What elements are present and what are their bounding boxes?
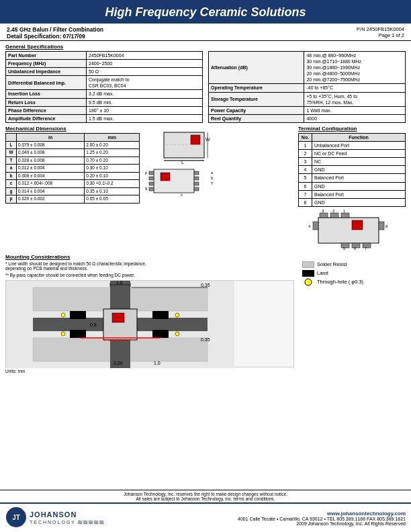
gen-spec-row: Part Number2450FB15K0004 [6,52,203,60]
gen-spec-label: Part Number [6,52,87,60]
logo-row: JT JOHANSON TECHNOLOGY ≋≋≋≋≋ [5,506,104,529]
footer-bottom: JT JOHANSON TECHNOLOGY ≋≋≋≋≋ www.johanso… [0,502,411,532]
svg-text:4: 4 [308,224,311,228]
mech-dims-section: Mechanical Dimensions in mm L0.079 ± 0.0… [5,126,140,251]
mech-dim-cell: b [6,172,17,179]
svg-rect-57 [112,313,124,322]
svg-point-70 [305,279,312,285]
svg-rect-9 [149,171,154,175]
gen-spec-row: Frequency (MHz)2400~2500 [6,60,203,68]
terminal-no: 4 [299,166,312,174]
right-spec-row: Operating Temperature-40 to +85°C [209,84,406,92]
right-spec-value: 48 min.@ 880~960MHz30 min.@1710~1880 MHz… [304,52,406,84]
terminal-row: 2NC or DC Feed [299,150,406,158]
gen-spec-row: Amplitude Difference1.5 dB max. [6,114,203,122]
terminal-row: 5Balanced Port [299,174,406,182]
gen-spec-value: 1.5 dB max. [87,114,203,122]
page-title: High Frequency Ceramic Solutions [0,5,411,19]
svg-rect-13 [194,171,199,175]
svg-rect-27 [330,213,338,218]
logo-brand: JOHANSON [30,511,104,519]
mech-svg: W L [144,126,251,200]
mech-header-mm: mm [85,133,140,141]
specs-row: Part Number2450FB15K0004Frequency (MHz)2… [5,51,406,123]
mech-dim-cell: p [6,195,17,203]
right-spec-row: Reel Quantity4000 [209,114,406,122]
svg-text:JT: JT [12,514,20,521]
right-spec-row: Attenuation (dB)48 min.@ 880~960MHz30 mi… [209,52,406,84]
svg-text:0.8: 0.8 [90,322,97,327]
svg-point-52 [61,313,65,317]
mech-dim-row: b0.008 ± 0.0040.20 ± 0.10 [6,172,140,179]
gen-spec-value: Conjugate match to CSR BC03, BC04 [87,76,203,90]
header: High Frequency Ceramic Solutions [0,0,411,24]
right-spec-label: Storage Temperature [209,92,304,106]
terminal-function: GND [312,198,406,206]
mech-dim-cell: 0.20 ± 0.10 [85,172,140,179]
gen-spec-value: 2450FB15K0004 [87,52,203,60]
svg-text:1: 1 [343,210,346,213]
terminal-row: 3NC [299,158,406,166]
product-title: 2.45 GHz Balun / Filter Combination Deta… [7,26,103,40]
mounting-legend: Solder Resist Land Through-hole ( φ0.3) [298,261,406,373]
right-spec-label: Operating Temperature [209,84,304,92]
product-name: 2.45 GHz Balun / Filter Combination [7,26,103,33]
terminal-no: 5 [299,174,312,182]
gen-spec-value: 2400~2500 [87,60,203,68]
mech-dim-row: W0.049 ± 0.0081.25 ± 0.20 [6,149,140,157]
solder-resist-swatch [302,261,314,268]
svg-rect-26 [320,213,328,218]
gen-spec-label: Phase Difference [6,106,87,114]
svg-rect-1 [191,135,200,144]
svg-rect-10 [149,177,154,180]
page-number: Page 1 of 2 [357,32,404,38]
gen-spec-value: 9.5 dB min. [87,98,203,106]
terminal-row: 1Unbalanced Port [299,142,406,150]
general-specs-section: General Specifications Part Number2450FB… [5,44,406,123]
mech-dim-cell: W [6,149,17,157]
land-swatch [302,270,314,277]
terminal-no: 3 [299,158,312,166]
svg-text:c: c [181,193,183,197]
title-bar: 2.45 GHz Balun / Filter Combination Deta… [0,24,411,41]
mounting-title: Mounting Considerations [5,254,406,260]
right-spec-label: Reel Quantity [209,114,304,122]
mech-header-label [6,133,17,141]
mech-title: Mechanical Dimensions [5,126,140,132]
terminal-no: 2 [299,150,312,158]
footer-right: www.johansontechnology.com 4001 Calle Te… [238,511,406,526]
terminal-function: GND [312,166,406,174]
mech-dim-cell: T [6,157,17,164]
svg-rect-16 [194,187,199,191]
svg-rect-46 [33,318,110,331]
svg-rect-50 [152,311,169,319]
gen-spec-label: Frequency (MHz) [6,60,87,68]
svg-rect-15 [194,182,199,185]
mech-dim-row: T0.028 ± 0.0080.70 ± 0.20 [6,157,140,164]
page: High Frequency Ceramic Solutions 2.45 GH… [0,0,411,532]
detail-spec: Detail Specification: 07/17/09 [7,33,103,40]
terminal-table: No. Function 1Unbalanced Port2NC or DC F… [298,133,406,207]
mech-dim-row: c0.012 +.004/-.0080.30 +0.1/-0.2 [6,180,140,187]
right-spec-value: -40 to +85°C [304,84,406,92]
mech-dim-row: L0.079 ± 0.0082.00 ± 0.20 [6,142,140,149]
gen-spec-row: Differential Balanced Imp.Conjugate matc… [6,76,203,90]
gen-spec-value: 3.2 dB max. [87,90,203,98]
terminal-no: 1 [299,142,312,150]
mech-dim-cell: 0.079 ± 0.008 [17,142,85,149]
terminal-row: 4GND [299,166,406,174]
terminal-row: 8GND [299,198,406,206]
svg-text:W: W [205,137,210,142]
terminal-function: Unbalanced Port [312,142,406,150]
gen-spec-row: Unbalanced Impedance50 Ω [6,68,203,76]
right-spec-label: Attenuation (dB) [209,52,304,84]
logo-icon: JT [5,506,27,529]
terminal-svg: 3 2 1 4 8 5 6 [298,210,402,250]
svg-text:2: 2 [332,210,335,213]
mech-dim-cell: 0.30 ± 0.10 [85,165,140,172]
svg-text:1.0: 1.0 [116,281,123,285]
svg-rect-47 [130,318,208,331]
gen-spec-label: Amplitude Difference [6,114,87,122]
mech-header-in: in [17,133,85,141]
copyright: 2009 Johanson Technology, Inc. All Right… [238,521,406,526]
